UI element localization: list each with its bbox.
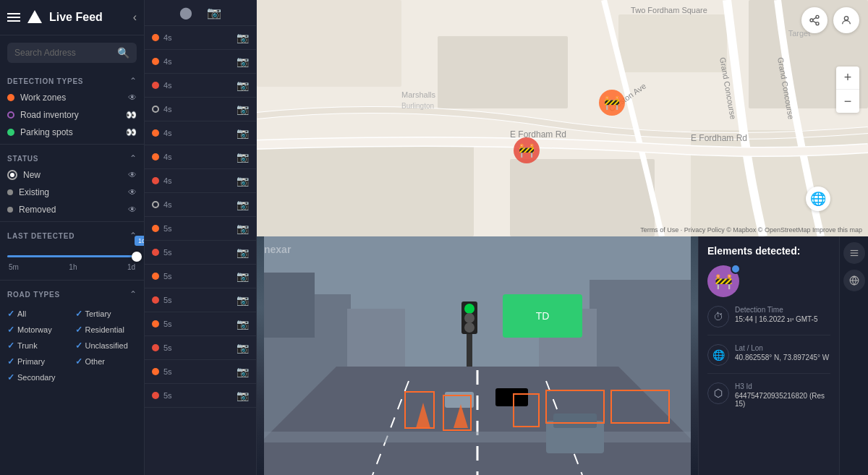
feed-time-15: 5s — [163, 391, 172, 400]
feed-item-1[interactable]: 4s 📷 — [145, 50, 256, 74]
map-zoom-controls: + − — [836, 67, 859, 113]
road-type-secondary[interactable]: ✓ Secondary — [7, 370, 69, 385]
map-view-button[interactable] — [843, 270, 865, 291]
avatar-badge — [731, 264, 741, 274]
residential-label: Residential — [85, 325, 124, 334]
road-type-trunk[interactable]: ✓ Trunk — [7, 338, 69, 353]
feed-item-9[interactable]: 5s 📷 — [145, 241, 256, 265]
feed-dot-3 — [152, 106, 159, 113]
status-new[interactable]: New 👁 — [0, 166, 144, 184]
feed-dot-7 — [152, 201, 159, 208]
list-view-button[interactable] — [843, 242, 865, 264]
slider-thumb[interactable]: 1d — [132, 252, 142, 262]
detection-time-label: Detection Time — [735, 306, 817, 314]
feed-item-8[interactable]: 5s 📷 — [145, 217, 256, 241]
road-types-label: ROAD TYPES — [7, 291, 60, 299]
parking-visibility-icon[interactable]: 👀 — [126, 127, 137, 137]
map-action-bar — [793, 0, 868, 40]
feed-item-3[interactable]: 4s 📷 — [145, 98, 256, 121]
road-type-motorway[interactable]: ✓ Motorway — [7, 322, 69, 337]
detection-item-road-inventory[interactable]: Road inventory 👀 — [0, 106, 144, 124]
work-zones-visibility-icon[interactable]: 👁 — [128, 93, 137, 103]
feed-time-10: 5s — [163, 272, 172, 281]
road-type-other[interactable]: ✓ Other — [75, 354, 137, 369]
nexar-logo: nexar — [264, 244, 291, 255]
work-zones-label: Work zones — [20, 93, 122, 103]
feed-cam-no-13: 📷 — [237, 342, 249, 354]
feed-item-6[interactable]: 4s 📷 — [145, 169, 256, 193]
menu-icon[interactable] — [7, 13, 20, 22]
h3id-value: 644754720935216820 (Res 15) — [735, 392, 830, 408]
feed-cam-no-2: 📷 — [237, 80, 249, 91]
feed-item-2[interactable]: 4s 📷 — [145, 74, 256, 98]
share-button[interactable] — [801, 7, 827, 33]
collapse-icon[interactable]: ‹ — [133, 11, 137, 24]
road-type-primary[interactable]: ✓ Primary — [7, 354, 69, 369]
feed-item-14[interactable]: 5s 📷 — [145, 360, 256, 384]
svg-marker-54 — [715, 389, 721, 398]
feed-item-11[interactable]: 5s 📷 — [145, 288, 256, 312]
feed-list-cam-icon: 📷 — [207, 6, 221, 20]
road-inventory-visibility-icon[interactable]: 👀 — [126, 110, 137, 120]
info-lat-lon: 🌐 Lat / Lon 40.862558° N, 73.897245° W — [707, 344, 830, 374]
road-type-residential[interactable]: ✓ Residential — [75, 322, 137, 337]
zoom-out-button[interactable]: − — [836, 90, 859, 113]
feed-item-5[interactable]: 4s 📷 — [145, 145, 256, 169]
feed-item-12[interactable]: 5s 📷 — [145, 312, 256, 336]
map-pin-2[interactable]: 🚧 — [514, 137, 540, 163]
feed-dot-1 — [152, 58, 159, 65]
svg-point-23 — [844, 17, 848, 20]
slider-fill — [7, 255, 137, 257]
feed-item-10[interactable]: 5s 📷 — [145, 265, 256, 288]
status-existing-eye[interactable]: 👁 — [128, 187, 137, 197]
feed-item-0[interactable]: 4s 📷 — [145, 26, 256, 50]
search-input[interactable] — [14, 48, 113, 58]
road-type-all[interactable]: ✓ All — [7, 307, 69, 321]
info-h3id: H3 Id 644754720935216820 (Res 15) — [707, 382, 830, 415]
svg-text:Two Fordham Square: Two Fordham Square — [631, 6, 707, 14]
last-detected-header[interactable]: LAST DETECTED ⌃ — [0, 225, 144, 244]
slider-badge: 1d — [135, 236, 145, 246]
feed-item-15[interactable]: 5s 📷 — [145, 384, 256, 408]
sidebar-header: Live Feed ‹ — [0, 0, 144, 35]
road-type-tertiary[interactable]: ✓ Tertiary — [75, 307, 137, 321]
status-existing[interactable]: Existing 👁 — [0, 184, 144, 201]
feed-cam-no-6: 📷 — [237, 175, 249, 187]
detection-types-header[interactable]: DETECTION TYPES ⌃ — [0, 70, 144, 89]
feed-dot-2 — [152, 82, 159, 89]
feed-dot-11 — [152, 296, 159, 304]
sidebar-title: Live Feed — [49, 11, 127, 24]
globe-button[interactable]: 🌐 — [806, 187, 830, 211]
status-removed-eye[interactable]: 👁 — [128, 205, 137, 215]
map-background: Creston Ave Grand Concourse Grand Concou… — [257, 0, 868, 236]
status-removed[interactable]: Removed 👁 — [0, 201, 144, 218]
zoom-in-button[interactable]: + — [836, 67, 859, 90]
svg-rect-7 — [510, 159, 655, 236]
feed-time-2: 4s — [163, 81, 172, 90]
feed-item-7[interactable]: 4s 📷 — [145, 193, 256, 217]
feed-item-4[interactable]: 4s 📷 — [145, 121, 256, 145]
feed-dot-12 — [152, 320, 159, 328]
clock-icon: ⏱ — [707, 306, 729, 328]
road-type-unclassified[interactable]: ✓ Unclassified — [75, 338, 137, 353]
search-icon[interactable]: 🔍 — [117, 47, 129, 59]
status-header[interactable]: STATUS ⌃ — [0, 147, 144, 166]
feed-cam-no-9: 📷 — [237, 247, 249, 258]
feed-time-5: 4s — [163, 153, 172, 161]
last-detected-label: LAST DETECTED — [7, 232, 75, 240]
svg-rect-27 — [264, 273, 315, 338]
feed-item-13[interactable]: 5s 📷 — [145, 336, 256, 360]
profile-button[interactable] — [833, 7, 859, 33]
bottom-panel: TD nexar — [257, 236, 868, 475]
feed-cam-no-7: 📷 — [237, 199, 249, 210]
feed-time-11: 5s — [163, 296, 172, 304]
svg-rect-43 — [445, 392, 474, 408]
feed-dot-9 — [152, 249, 159, 256]
unclassified-label: Unclassified — [85, 341, 128, 350]
elements-detected-title: Elements detected: — [707, 245, 830, 257]
road-types-header[interactable]: ROAD TYPES ⌃ — [0, 283, 144, 302]
detection-item-workzones[interactable]: Work zones 👁 — [0, 89, 144, 106]
status-new-eye[interactable]: 👁 — [128, 170, 137, 180]
h3id-label: H3 Id — [735, 382, 830, 390]
detection-item-parking[interactable]: Parking spots 👀 — [0, 124, 144, 141]
